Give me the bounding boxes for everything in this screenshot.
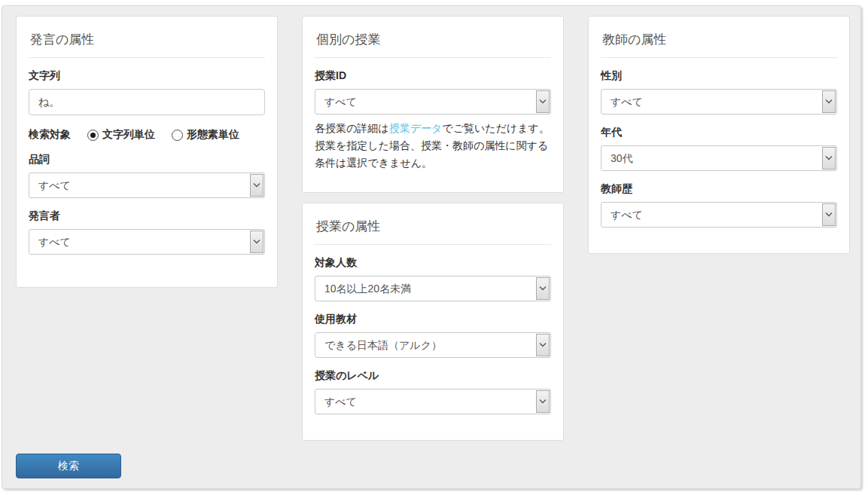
chevron-down-icon [822,90,836,113]
panel-title-individual-class: 個別の授業 [315,27,551,58]
radio-morpheme-unit-label: 形態素単位 [187,128,239,142]
audience-size-select-value: 10名以上20名未満 [324,277,411,301]
pos-select[interactable]: すべて [29,173,265,198]
radio-string-unit-label: 文字列単位 [102,128,155,142]
note-line2: 授業を指定した場合、授業・教師の属性に関する条件は選択できません。 [315,137,551,172]
class-id-select[interactable]: すべて [315,89,551,115]
panel-title-class-attributes: 授業の属性 [315,214,551,245]
age-label: 年代 [601,126,837,139]
speaker-select[interactable]: すべて [29,229,265,255]
gender-select-value: すべて [611,90,643,114]
search-form-well: 発言の属性 文字列 検索対象 文字列単位 形態素単位 品詞 すべて [2,5,861,489]
age-select-value: 30代 [611,146,633,170]
panel-title-utterance: 発言の属性 [29,27,265,58]
radio-selected-icon [87,130,99,141]
search-string-label: 文字列 [29,69,265,83]
class-data-link[interactable]: 授業データ [389,122,443,134]
chevron-down-icon [536,334,550,356]
age-select[interactable]: 30代 [601,145,837,171]
note-line1-pre: 各授業の詳細は [315,122,389,134]
search-target-group: 検索対象 文字列単位 形態素単位 [29,128,265,142]
speaker-label: 発言者 [29,209,265,223]
gender-select[interactable]: すべて [601,89,837,115]
speaker-select-value: すべて [38,230,71,254]
experience-select-value: すべて [611,203,643,227]
textbook-label: 使用教材 [315,313,551,326]
panel-class-attributes: 授業の属性 対象人数 10名以上20名未満 使用教材 できる日本語（アルク） 授… [302,203,564,441]
radio-morpheme-unit[interactable]: 形態素単位 [172,128,239,142]
class-id-label: 授業ID [315,69,551,83]
class-id-select-value: すべて [324,90,357,114]
pos-select-value: すべて [38,173,71,197]
panel-individual-class: 個別の授業 授業ID すべて 各授業の詳細は授業データでご覧いただけます。 授業… [302,16,564,193]
audience-size-select[interactable]: 10名以上20名未満 [315,276,551,301]
radio-string-unit[interactable]: 文字列単位 [87,128,155,142]
class-id-help-note: 各授業の詳細は授業データでご覧いただけます。 授業を指定した場合、授業・教師の属… [315,120,551,172]
gender-label: 性別 [601,69,837,83]
experience-label: 教師歴 [601,182,837,196]
panel-teacher-attributes: 教師の属性 性別 すべて 年代 30代 教師歴 すべて [588,16,850,254]
panel-title-teacher-attributes: 教師の属性 [601,27,837,58]
chevron-down-icon [250,231,263,253]
search-string-input[interactable] [29,89,265,115]
chevron-down-icon [536,390,550,413]
pos-label: 品詞 [29,153,265,167]
experience-select[interactable]: すべて [601,202,837,228]
chevron-down-icon [822,203,836,226]
audience-size-label: 対象人数 [315,256,551,270]
note-line1-post: でご覧いただけます。 [442,122,550,134]
panel-utterance-attributes: 発言の属性 文字列 検索対象 文字列単位 形態素単位 品詞 すべて [16,16,278,288]
class-level-select[interactable]: すべて [315,389,551,414]
search-target-label: 検索対象 [29,128,71,142]
class-level-select-value: すべて [324,390,357,414]
radio-unselected-icon [172,130,183,141]
search-button[interactable]: 検索 [16,454,121,478]
class-level-label: 授業のレベル [315,369,551,383]
chevron-down-icon [536,277,550,300]
textbook-select[interactable]: できる日本語（アルク） [315,332,551,358]
textbook-select-value: できる日本語（アルク） [324,333,442,357]
chevron-down-icon [536,90,550,113]
chevron-down-icon [250,174,263,197]
chevron-down-icon [822,147,836,170]
